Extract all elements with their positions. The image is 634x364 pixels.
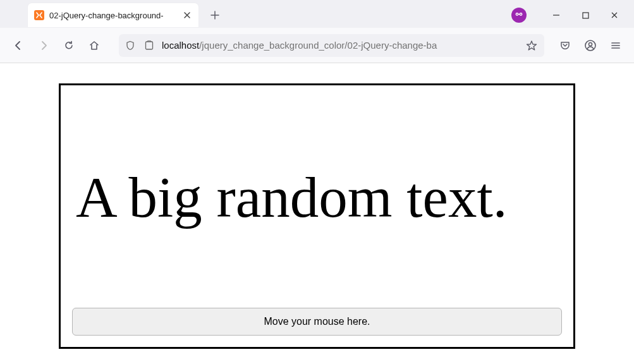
url-path: /jquery_change_background_color/02-jQuer…: [199, 40, 437, 51]
new-tab-button[interactable]: [206, 6, 224, 24]
address-bar[interactable]: localhost/jquery_change_background_color…: [119, 34, 544, 57]
url-host: localhost: [162, 40, 199, 51]
forward-button: [33, 35, 54, 56]
svg-rect-3: [518, 14, 520, 15]
browser-tab[interactable]: 02-jQuery-change-background-: [28, 3, 198, 27]
pocket-button[interactable]: [554, 35, 576, 56]
xampp-icon: [34, 10, 44, 20]
reload-button[interactable]: [58, 35, 80, 56]
close-tab-icon[interactable]: [182, 10, 192, 20]
url-text: localhost/jquery_change_background_color…: [162, 40, 524, 51]
app-menu-button[interactable]: [605, 35, 626, 56]
shield-icon: [124, 39, 137, 52]
back-button[interactable]: [8, 35, 29, 56]
account-button[interactable]: [580, 35, 601, 56]
home-button[interactable]: [83, 35, 105, 56]
browser-chrome: 02-jQuery-change-background-: [0, 0, 634, 63]
mouse-hover-button[interactable]: Move your mouse here.: [72, 308, 562, 336]
tab-strip: 02-jQuery-change-background-: [0, 0, 634, 28]
page-info-icon: [143, 39, 155, 52]
window-close-button[interactable]: [600, 5, 629, 25]
tab-title: 02-jQuery-change-background-: [49, 11, 182, 20]
svg-rect-7: [146, 42, 153, 49]
window-minimize-button[interactable]: [542, 5, 571, 25]
toolbar: localhost/jquery_change_background_color…: [0, 28, 634, 63]
window-controls: [511, 5, 629, 25]
bookmark-star-icon[interactable]: [524, 40, 539, 51]
heading-text: A big random text.: [76, 166, 562, 229]
page-viewport: A big random text. Move your mouse here.: [0, 63, 634, 364]
svg-point-4: [516, 14, 518, 15]
content-card: A big random text. Move your mouse here.: [59, 83, 575, 349]
svg-point-5: [520, 14, 521, 15]
svg-rect-6: [583, 13, 588, 18]
svg-point-9: [588, 42, 592, 46]
profile-badge[interactable]: [511, 8, 527, 23]
window-maximize-button[interactable]: [571, 5, 600, 25]
